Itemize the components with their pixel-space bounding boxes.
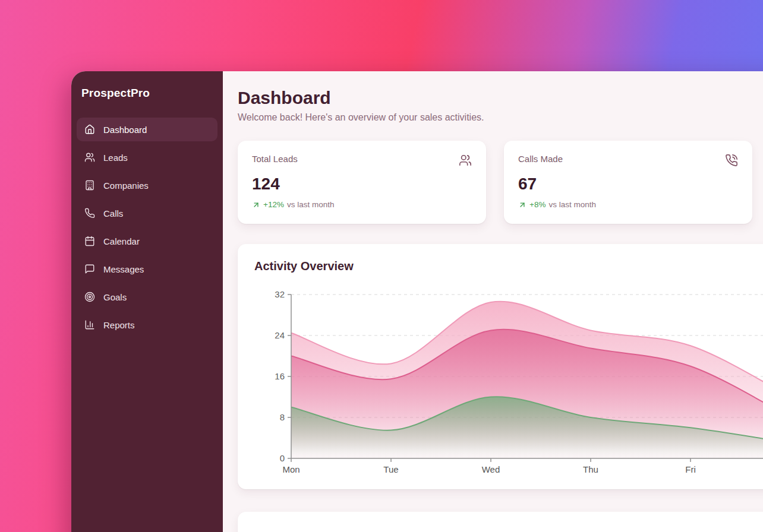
building-icon — [84, 180, 95, 191]
target-icon — [84, 292, 95, 302]
arrow-up-right-icon — [518, 201, 526, 209]
svg-text:8: 8 — [280, 412, 285, 422]
sidebar-item-label: Leads — [103, 153, 128, 163]
message-icon — [84, 264, 95, 274]
stats-grid: Total Leads124+12%vs last monthCalls Mad… — [238, 141, 763, 224]
sidebar-item-leads[interactable]: Leads — [77, 145, 217, 169]
activity-chart-svg: 08162432MonTueWedThuFri — [254, 285, 763, 479]
stat-label: Calls Made — [518, 154, 563, 164]
sidebar: ProspectPro DashboardLeadsCompaniesCalls… — [71, 71, 223, 532]
sidebar-item-label: Calendar — [103, 236, 140, 246]
phone-icon — [84, 208, 95, 218]
users-icon — [84, 152, 95, 163]
stat-delta-suffix: vs last month — [548, 200, 596, 209]
next-section-card — [238, 512, 763, 532]
sidebar-item-messages[interactable]: Messages — [77, 257, 217, 281]
desktop-background: { "app": { "name": "ProspectPro" }, "sid… — [0, 0, 763, 532]
phone-call-icon — [725, 154, 738, 169]
app-window: ProspectPro DashboardLeadsCompaniesCalls… — [71, 71, 763, 532]
sidebar-item-label: Companies — [103, 180, 149, 191]
svg-text:Thu: Thu — [583, 464, 598, 474]
app-logo: ProspectPro — [81, 87, 150, 100]
svg-text:Fri: Fri — [685, 464, 696, 474]
sidebar-item-calendar[interactable]: Calendar — [77, 229, 217, 253]
svg-text:Tue: Tue — [383, 464, 398, 474]
sidebar-item-reports[interactable]: Reports — [77, 313, 217, 337]
sidebar-header: ProspectPro — [77, 87, 217, 100]
activity-chart: 08162432MonTueWedThuFri — [254, 285, 763, 479]
stat-label: Total Leads — [252, 154, 298, 164]
chart-column-icon — [84, 319, 95, 330]
sidebar-nav: DashboardLeadsCompaniesCallsCalendarMess… — [77, 118, 217, 337]
activity-overview-card: Activity Overview 08162432MonTueWedThuFr… — [238, 244, 763, 489]
stat-card-calls-made: Calls Made67+8%vs last month — [504, 141, 752, 224]
sidebar-item-dashboard[interactable]: Dashboard — [77, 118, 217, 141]
main-content: Dashboard Welcome back! Here's an overvi… — [223, 71, 763, 532]
sidebar-item-companies[interactable]: Companies — [77, 173, 217, 197]
page-title: Dashboard — [238, 88, 763, 108]
svg-text:32: 32 — [275, 289, 285, 299]
users-icon — [459, 154, 472, 169]
stat-delta: +12% — [263, 200, 284, 209]
stat-delta-suffix: vs last month — [287, 200, 335, 209]
sidebar-item-goals[interactable]: Goals — [77, 285, 217, 309]
svg-text:Wed: Wed — [482, 464, 500, 474]
stat-delta: +8% — [529, 200, 546, 209]
sidebar-item-label: Reports — [103, 320, 135, 330]
arrow-up-right-icon — [252, 201, 260, 209]
chart-title: Activity Overview — [254, 259, 763, 273]
sidebar-collapse-button[interactable] — [196, 87, 209, 100]
sidebar-item-calls[interactable]: Calls — [77, 201, 217, 225]
svg-text:Mon: Mon — [282, 464, 299, 474]
svg-text:24: 24 — [275, 330, 285, 340]
sidebar-item-label: Dashboard — [103, 125, 147, 135]
sidebar-item-label: Calls — [103, 208, 123, 218]
svg-text:0: 0 — [280, 453, 285, 463]
stat-card-total-leads: Total Leads124+12%vs last month — [238, 141, 486, 224]
calendar-icon — [84, 236, 95, 246]
svg-text:16: 16 — [275, 371, 285, 381]
page-subtitle: Welcome back! Here's an overview of your… — [238, 112, 763, 123]
home-icon — [84, 124, 95, 135]
sidebar-item-label: Goals — [103, 292, 127, 302]
stat-value: 124 — [252, 175, 472, 194]
stat-value: 67 — [518, 175, 738, 194]
sidebar-item-label: Messages — [103, 264, 144, 274]
